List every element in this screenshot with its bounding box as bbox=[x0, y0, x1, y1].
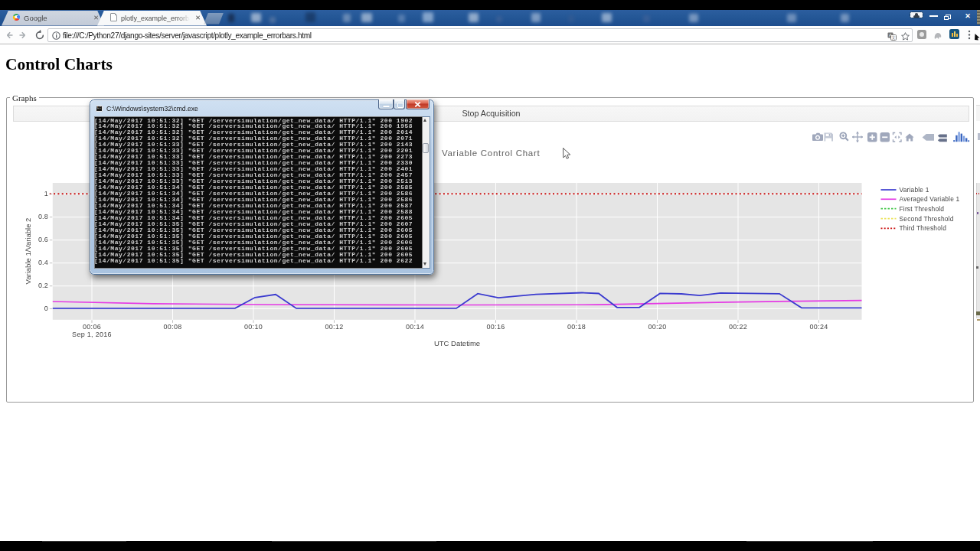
svg-text:Variable 1: Variable 1 bbox=[900, 186, 929, 194]
svg-text:0.4: 0.4 bbox=[38, 259, 48, 266]
svg-text:00:08: 00:08 bbox=[163, 323, 181, 331]
svg-text:Second Threshold: Second Threshold bbox=[900, 215, 954, 223]
svg-text:Third Threshold: Third Threshold bbox=[900, 224, 947, 232]
svg-text:00:18: 00:18 bbox=[567, 323, 586, 331]
svg-text:0.8: 0.8 bbox=[38, 213, 48, 220]
svg-text:UTC Datetime: UTC Datetime bbox=[434, 339, 480, 347]
svg-text:00:22: 00:22 bbox=[729, 323, 747, 331]
svg-text:0: 0 bbox=[44, 305, 48, 312]
svg-text:Variable Control Chart: Variable Control Chart bbox=[442, 148, 540, 158]
svg-text:00:06: 00:06 bbox=[83, 323, 101, 331]
svg-text:0.6: 0.6 bbox=[38, 236, 48, 243]
svg-text:00:12: 00:12 bbox=[325, 323, 343, 331]
svg-text:00:16: 00:16 bbox=[486, 323, 505, 331]
svg-text:文: 文 bbox=[891, 35, 896, 40]
svg-text:First Threshold: First Threshold bbox=[900, 205, 945, 213]
svg-text:Variable 1/Variable 2: Variable 1/Variable 2 bbox=[24, 218, 32, 285]
svg-text:00:24: 00:24 bbox=[809, 323, 828, 331]
svg-text:1: 1 bbox=[44, 190, 48, 197]
svg-text:00:20: 00:20 bbox=[648, 323, 666, 331]
svg-text:00:14: 00:14 bbox=[406, 323, 424, 331]
svg-text:Sep 1, 2016: Sep 1, 2016 bbox=[72, 331, 112, 338]
svg-text:Averaged Variable 1: Averaged Variable 1 bbox=[900, 195, 960, 203]
svg-text:00:10: 00:10 bbox=[244, 323, 263, 331]
svg-text:0.2: 0.2 bbox=[38, 282, 48, 289]
